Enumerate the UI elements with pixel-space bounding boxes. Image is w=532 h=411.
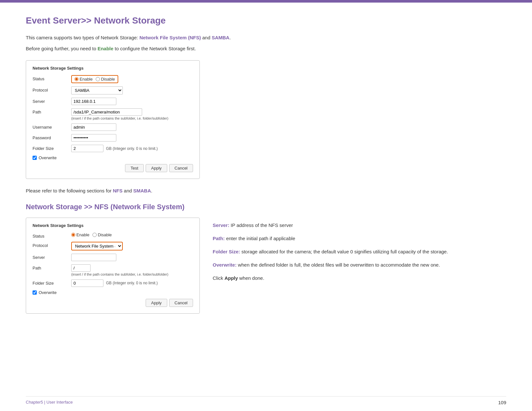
overwrite-desc: Overwrite: when the defined folder is fu… <box>213 260 506 269</box>
folder-size-desc: Folder Size: storage allocated for the c… <box>213 247 506 256</box>
protocol-select[interactable]: SAMBA Network File System (NFS) <box>71 86 123 94</box>
overwrite-desc-text: when the defined folder is full, the old… <box>237 262 440 268</box>
protocol-label-2: Protocol <box>33 242 71 248</box>
enable-radio-label[interactable]: Enable <box>74 77 92 82</box>
disable-radio-label-2[interactable]: Disable <box>92 232 111 237</box>
intro1-prefix: This camera supports two types of Networ… <box>26 35 140 40</box>
path-hint-2: (insert / if the path contains the subfo… <box>71 272 193 276</box>
status-row-2: Status Enable Disable <box>33 232 193 239</box>
protocol-row-2: Protocol Network File System (NFS) SAMBA <box>33 242 193 250</box>
click-prefix: Click <box>213 275 225 281</box>
intro1-samba: SAMBA <box>212 35 229 40</box>
refer-smaba: SMABA <box>133 188 151 193</box>
enable-label: Enable <box>80 77 92 82</box>
refer-suffix: . <box>151 188 152 193</box>
disable-label: Disable <box>101 77 115 82</box>
path-control: (insert / if the path contains the subfo… <box>71 108 193 120</box>
overwrite-label-2: Overwrite <box>39 290 57 295</box>
server-input-2[interactable] <box>71 254 116 261</box>
folder-size-input-2[interactable] <box>71 279 103 287</box>
enable-radio[interactable] <box>74 77 79 81</box>
path-row-2: Path (insert / if the path contains the … <box>33 264 193 276</box>
server-row-2: Server <box>33 254 193 261</box>
page-title: Event Server>> Network Storage <box>26 15 506 26</box>
section2-title: Network Storage >> NFS (Network File Sys… <box>26 203 506 211</box>
overwrite-checkbox[interactable] <box>33 156 37 160</box>
folder-size-row-2: Folder Size GB (Integer only. 0 is no li… <box>33 279 193 287</box>
overwrite-row-2: Overwrite <box>33 290 193 295</box>
cancel-button-2[interactable]: Cancel <box>169 299 193 307</box>
protocol-select-2[interactable]: Network File System (NFS) SAMBA <box>71 242 123 250</box>
apply-button-1[interactable]: Apply <box>146 164 167 172</box>
folder-size-label: Folder Size <box>33 145 71 151</box>
intro-paragraph-1: This camera supports two types of Networ… <box>26 34 506 42</box>
username-row: Username <box>33 123 193 131</box>
path-input-2[interactable] <box>71 264 91 272</box>
disable-radio-label[interactable]: Disable <box>96 77 115 82</box>
settings-box-2-title: Network Storage Settings <box>33 223 193 228</box>
path-desc-text: enter the initial path if applicable <box>225 236 295 241</box>
test-button[interactable]: Test <box>125 164 144 172</box>
footer-page: 109 <box>498 400 506 405</box>
footer: Chapter5 | User Interface 109 <box>26 396 506 405</box>
overwrite-desc-label: Overwrite: <box>213 262 237 268</box>
path-hint: (insert / if the path contains the subfo… <box>71 116 193 120</box>
server-desc-label: Server: <box>213 222 229 228</box>
intro2-enable: Enable <box>98 46 113 51</box>
refer-prefix: Please refer to the following sections f… <box>26 188 113 193</box>
right-col: Server: IP address of the NFS server Pat… <box>213 218 506 287</box>
path-input[interactable] <box>71 108 142 116</box>
status-label: Status <box>33 75 71 81</box>
username-label: Username <box>33 123 71 130</box>
refer-mid: and <box>122 188 133 193</box>
overwrite-label: Overwrite <box>39 155 57 160</box>
status-control-2: Enable Disable <box>71 232 193 238</box>
status-row: Status Enable Disable <box>33 75 193 83</box>
button-row-1: Test Apply Cancel <box>33 164 193 172</box>
folder-size-input[interactable] <box>71 145 103 152</box>
path-desc-label: Path: <box>213 236 225 241</box>
status-radio-group[interactable]: Enable Disable <box>71 75 118 83</box>
path-label-2: Path <box>33 264 71 270</box>
server-label-2: Server <box>33 254 71 260</box>
folder-size-hint-2: GB (Integer only. 0 is no limit.) <box>106 281 158 285</box>
password-label: Password <box>33 134 71 140</box>
server-row: Server <box>33 98 193 105</box>
folder-size-control-2: GB (Integer only. 0 is no limit.) <box>71 279 193 287</box>
settings-box-1: Network Storage Settings Status Enable D… <box>26 60 200 179</box>
cancel-button-1[interactable]: Cancel <box>169 164 193 172</box>
username-control <box>71 123 193 131</box>
click-suffix: when done. <box>238 275 264 281</box>
server-input[interactable] <box>71 98 116 105</box>
overwrite-checkbox-2[interactable] <box>33 290 37 295</box>
enable-label-2: Enable <box>76 232 89 237</box>
server-desc-text: IP address of the NFS server <box>229 222 293 228</box>
status-label-2: Status <box>33 232 71 239</box>
click-apply-desc: Click Apply when done. <box>213 274 506 282</box>
password-row: Password <box>33 134 193 142</box>
enable-radio-label-2[interactable]: Enable <box>71 232 89 237</box>
intro-paragraph-2: Before going further, you need to Enable… <box>26 44 506 53</box>
path-desc: Path: enter the initial path if applicab… <box>213 234 506 243</box>
disable-radio[interactable] <box>96 77 100 81</box>
disable-radio-2[interactable] <box>92 233 97 237</box>
intro2-suffix: to configure the Network Storage first. <box>113 46 196 51</box>
two-col-section: Network Storage Settings Status Enable D… <box>26 218 506 314</box>
server-desc: Server: IP address of the NFS server <box>213 221 506 230</box>
click-apply-bold: Apply <box>225 275 238 281</box>
button-row-2: Apply Cancel <box>33 299 193 307</box>
settings-box-2: Network Storage Settings Status Enable D… <box>26 218 200 314</box>
status-control: Enable Disable <box>71 75 193 83</box>
protocol-control-2: Network File System (NFS) SAMBA <box>71 242 193 250</box>
folder-size-desc-label: Folder Size: <box>213 249 240 254</box>
status-radio-group-2[interactable]: Enable Disable <box>71 232 112 237</box>
server-control <box>71 98 193 105</box>
path-row: Path (insert / if the path contains the … <box>33 108 193 120</box>
password-input[interactable] <box>71 134 116 142</box>
apply-button-2[interactable]: Apply <box>146 299 167 307</box>
enable-radio-2[interactable] <box>71 233 75 237</box>
username-input[interactable] <box>71 123 116 131</box>
top-bar <box>0 0 532 3</box>
settings-box-1-title: Network Storage Settings <box>33 66 193 71</box>
refer-paragraph: Please refer to the following sections f… <box>26 187 506 195</box>
